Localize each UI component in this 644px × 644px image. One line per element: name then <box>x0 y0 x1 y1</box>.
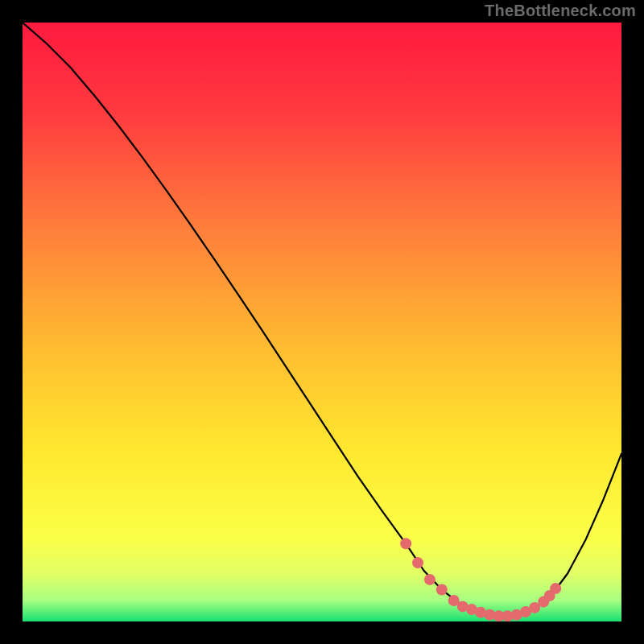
optimal-marker <box>436 584 448 596</box>
chart-frame: TheBottleneck.com <box>0 0 644 644</box>
optimal-marker <box>550 583 561 594</box>
watermark-label: TheBottleneck.com <box>485 2 636 20</box>
plot-svg <box>23 23 621 621</box>
gradient-background <box>23 23 621 621</box>
optimal-marker <box>400 538 411 549</box>
optimal-marker <box>412 557 423 568</box>
optimal-marker <box>424 574 436 585</box>
plot-area <box>23 23 621 621</box>
